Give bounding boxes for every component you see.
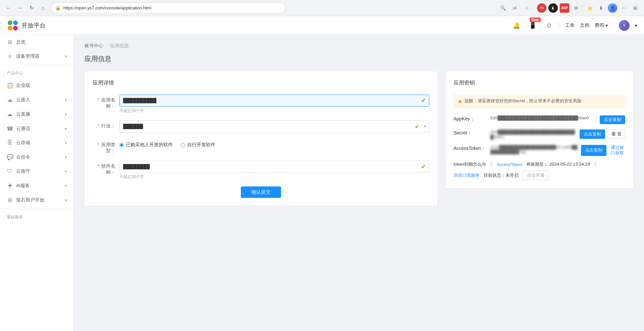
sidebar-item-cloud-message[interactable]: 💬 云信令 ▾ <box>0 150 73 164</box>
access-token-actions: 点击复制 通过接口获取 <box>581 145 625 156</box>
extension-icon-2[interactable]: 🐧 <box>548 3 558 13</box>
star-icon[interactable]: ☆ <box>522 3 532 13</box>
industry-select[interactable]: ██████ <box>119 120 429 132</box>
sidebar-item-ezviz-open[interactable]: ⊞ 萤石用户开放 ▾ <box>0 193 73 207</box>
page-title: 应用信息 <box>85 54 633 63</box>
sidebar-item-cloud-guard[interactable]: 🛡 云值守 ▾ <box>0 164 73 178</box>
breadcrumb-parent-link[interactable]: 账号中心 <box>85 43 103 49</box>
address-bar[interactable]: 🔒 https://open.ys7.com/console/applicati… <box>51 3 286 13</box>
cloud-guard-icon: 🛡 <box>7 168 13 174</box>
software-name-input[interactable] <box>119 161 429 173</box>
search-toolbar-icon[interactable]: 🔍 <box>498 3 507 13</box>
industry-select-wrapper: ██████ ✔ ▾ <box>119 120 429 132</box>
access-token-label: AccessToken： <box>453 145 487 152</box>
svg-point-3 <box>13 26 18 31</box>
radio-bought[interactable]: 已购买他人开发的软件 <box>119 142 173 148</box>
avatar[interactable]: Y <box>619 20 630 31</box>
cloud-live-arrow: ▾ <box>65 112 67 117</box>
enable-button[interactable]: 点击开通 <box>523 171 549 180</box>
access-token-value: at.bk████████████████████09-1e8flf██████… <box>490 145 578 154</box>
avatar-text: Y <box>623 23 626 28</box>
access-token-link[interactable]: AccessToken <box>497 162 523 167</box>
app-secret-title: 应用密钥 <box>453 79 625 87</box>
cloud-guard-arrow: ▾ <box>65 169 67 174</box>
browser-chrome: ← → ↻ ⌂ 🔒 https://open.ys7.com/console/a… <box>0 0 644 16</box>
workorder-button[interactable]: 工单 <box>565 22 575 29</box>
submit-button[interactable]: 确认提交 <box>241 186 281 198</box>
extension-icon-3[interactable]: ABP <box>560 3 569 13</box>
form-label-industry: * 行业： <box>93 120 119 129</box>
back-button[interactable]: ← <box>4 3 13 13</box>
home-button[interactable]: ⌂ <box>38 3 48 13</box>
token-expire-help-icon[interactable]: ? <box>490 162 493 167</box>
forward-button[interactable]: → <box>15 3 25 13</box>
sidebar-item-overview[interactable]: ⊞ 总览 <box>0 35 73 49</box>
sidebar-item-label-enterprise: 企业版 <box>16 82 30 89</box>
bookmark-icon[interactable]: ⭐ <box>585 3 594 13</box>
subscribe-link[interactable]: 消息订阅服务 <box>453 172 480 178</box>
access-token-get-link[interactable]: 通过接口获取 <box>609 145 625 156</box>
notice-text: 提醒：请妥善保管好您的Secret，防止带来不必要的安全风险 <box>465 98 582 104</box>
validity-label: 有效期至： 2024-05-22 13:34:29 <box>526 161 590 167</box>
main-content: 账号中心 / 应用信息 应用信息 应用详情 * 应用名称： <box>74 35 644 331</box>
radio-bought-input[interactable] <box>119 143 124 147</box>
profile-icon[interactable]: 👤 <box>608 3 617 13</box>
token-footer-2: 消息订阅服务 目前状态：未开启 点击开通 <box>453 171 625 180</box>
enterprise-icon: 📋 <box>7 82 13 89</box>
svg-point-2 <box>8 26 12 31</box>
refresh-button[interactable]: ↻ <box>27 3 36 13</box>
sidebar-item-cloud-connect[interactable]: ☁ 云接入 ▾ <box>0 93 73 107</box>
breadcrumb-current: 应用信息 <box>110 43 129 49</box>
app-body: ⊞ 总览 ≡ 设备管理器 ▾ 产品中心 📋 企业版 ☁ 云接入 ▾ ☁ 云直播 <box>0 35 644 331</box>
secret-copy-button[interactable]: 点击复制 <box>580 129 605 139</box>
extension-icon-1[interactable]: YI <box>537 3 546 13</box>
sidebar: ⊞ 总览 ≡ 设备管理器 ▾ 产品中心 📋 企业版 ☁ 云接入 ▾ ☁ 云直播 <box>0 35 74 331</box>
radio-self-dev-label: 自行开发软件 <box>187 142 215 148</box>
more-dropdown[interactable]: ▾ <box>635 23 637 28</box>
sidebar-item-label-ai-service: AI服务 <box>16 183 30 189</box>
secret-reset-button[interactable]: 重 置 <box>608 129 625 139</box>
sidebar-item-ai-service[interactable]: ✚ AI服务 ▾ <box>0 178 73 193</box>
fee-dropdown[interactable]: 费用 ▾ <box>595 22 608 29</box>
ezviz-open-arrow: ▾ <box>65 198 67 203</box>
sidebar-item-cloud-call[interactable]: ☎ 云通话 ▾ <box>0 121 73 136</box>
ai-service-icon: ✚ <box>7 182 13 189</box>
sidebar-item-device-manager[interactable]: ≡ 设备管理器 ▾ <box>0 49 73 63</box>
reader-icon[interactable]: ㎀ <box>510 3 520 13</box>
form-field-app-type: 已购买他人开发的软件 自行开发软件 <box>119 139 429 148</box>
form-item-app-type: * 应用类型： 已购买他人开发的软件 自 <box>93 139 429 154</box>
more-button[interactable]: ⋯ <box>619 3 629 13</box>
sidebar-item-cloud-live[interactable]: ☁ 云直播 ▾ <box>0 107 73 121</box>
app-name-hint: 不超过30个字 <box>119 108 429 114</box>
app-name-check-icon: ✔ <box>421 97 426 104</box>
appkey-copy-button[interactable]: 点击复制 <box>600 115 625 124</box>
appkey-value: 6d9██████████████████████████bfae0 <box>490 115 596 120</box>
sidebar-item-label-cloud-storage: 云存储 <box>16 140 30 146</box>
top-nav: 开放平台 🔔 📱 New ⊙ 工单 文档 费用 ▾ Y ▾ <box>0 16 644 35</box>
nav-separator-1 <box>559 22 560 29</box>
extension-icon-4[interactable]: ⚙ <box>571 3 581 13</box>
docs-button[interactable]: 文档 <box>580 22 589 29</box>
lock-icon: 🔒 <box>55 5 61 10</box>
radio-self-dev[interactable]: 自行开发软件 <box>181 142 215 148</box>
appkey-row: AppKey： 6d9██████████████████████████bfa… <box>453 115 625 124</box>
radio-self-dev-input[interactable] <box>181 143 185 147</box>
sidebar-item-label-cloud-live: 云直播 <box>16 111 30 117</box>
secret-label: Secret： <box>453 129 487 136</box>
app-name-input[interactable] <box>119 95 429 107</box>
sidebar-item-cloud-storage[interactable]: 🗄 云存储 ▾ <box>0 136 73 150</box>
access-token-copy-button[interactable]: 点击复制 <box>581 145 606 156</box>
device-manager-icon: ≡ <box>7 53 13 59</box>
grid-icon[interactable]: ⊞ <box>631 3 640 13</box>
browser-nav-buttons: ← → ↻ ⌂ <box>4 3 48 13</box>
radio-bought-label: 已购买他人开发的软件 <box>126 142 173 148</box>
download-icon[interactable]: ⬇ <box>596 3 606 13</box>
fee-label: 费用 <box>595 22 604 29</box>
bell-button[interactable]: 🔔 <box>511 20 522 31</box>
browser-toolbar-icons: 🔍 ㎀ ☆ YI 🐧 ABP ⚙ ⭐ ⬇ 👤 ⋯ ⊞ <box>498 3 640 13</box>
validity-help-icon[interactable]: ? <box>594 162 597 167</box>
sidebar-item-enterprise[interactable]: 📋 企业版 <box>0 78 73 93</box>
form-field-industry: ██████ ✔ ▾ <box>119 120 429 132</box>
circle-button[interactable]: ⊙ <box>543 20 554 31</box>
url-text: https://open.ys7.com/console/application… <box>63 5 151 10</box>
